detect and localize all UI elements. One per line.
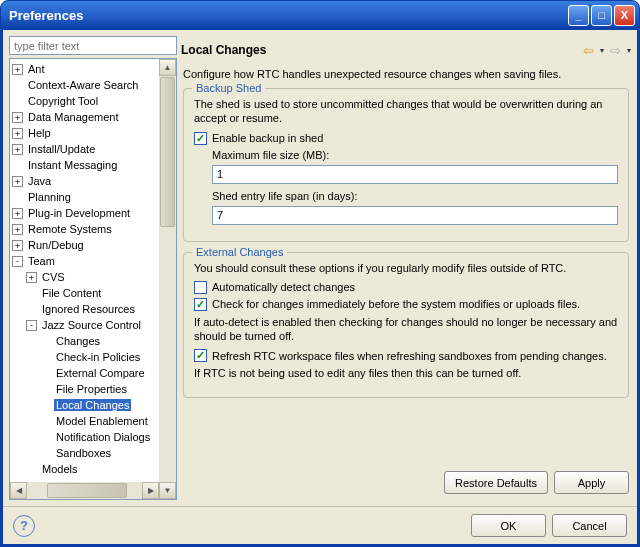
tree-item[interactable]: Notification Dialogs: [10, 429, 176, 445]
tree-item-label: Model Enablement: [54, 415, 150, 427]
external-changes-info: You should consult these options if you …: [194, 261, 618, 275]
checkbox-icon: [194, 349, 207, 362]
external-changes-title: External Changes: [192, 246, 287, 258]
tree-item-label: Jazz Source Control: [40, 319, 143, 331]
tree-item-label: File Properties: [54, 383, 129, 395]
scroll-right-icon[interactable]: ▶: [142, 482, 159, 499]
refresh-workspace-checkbox[interactable]: Refresh RTC workspace files when refresh…: [194, 349, 618, 362]
window-title: Preferences: [9, 8, 568, 23]
tree-item-label: Check-in Policies: [54, 351, 142, 363]
tree-toggle-blank: [40, 400, 51, 411]
tree-item[interactable]: Model Enablement: [10, 413, 176, 429]
tree-item[interactable]: Local Changes: [10, 397, 176, 413]
shed-lifespan-input[interactable]: [212, 206, 618, 225]
tree-item-label: Team: [26, 255, 57, 267]
refresh-workspace-label: Refresh RTC workspace files when refresh…: [212, 350, 607, 362]
tree-item-label: Plug-in Development: [26, 207, 132, 219]
tree-item[interactable]: +Ant: [10, 61, 176, 77]
refresh-workspace-note: If RTC is not being used to edit any fil…: [194, 366, 618, 380]
tree-item[interactable]: Context-Aware Search: [10, 77, 176, 93]
max-filesize-label: Maximum file size (MB):: [212, 149, 618, 161]
scroll-thumb[interactable]: [160, 77, 175, 227]
tree-item[interactable]: External Compare: [10, 365, 176, 381]
tree-item[interactable]: -Jazz Source Control: [10, 317, 176, 333]
expand-icon[interactable]: +: [12, 224, 23, 235]
tree-item[interactable]: Models: [10, 461, 176, 477]
auto-detect-checkbox[interactable]: Automatically detect changes: [194, 281, 618, 294]
tree-toggle-blank: [12, 96, 23, 107]
tree-item[interactable]: +CVS: [10, 269, 176, 285]
tree-item-label: Copyright Tool: [26, 95, 100, 107]
expand-icon[interactable]: +: [12, 176, 23, 187]
preference-tree[interactable]: +AntContext-Aware SearchCopyright Tool+D…: [9, 58, 177, 500]
check-changes-checkbox[interactable]: Check for changes immediately before the…: [194, 298, 618, 311]
tree-item[interactable]: Sandboxes: [10, 445, 176, 461]
enable-backup-checkbox[interactable]: Enable backup in shed: [194, 132, 618, 145]
tree-item-label: Instant Messaging: [26, 159, 119, 171]
collapse-icon[interactable]: -: [12, 256, 23, 267]
enable-backup-label: Enable backup in shed: [212, 132, 323, 144]
tree-item-label: Java: [26, 175, 53, 187]
tree-item[interactable]: +Help: [10, 125, 176, 141]
tree-item[interactable]: Ignored Resources: [10, 301, 176, 317]
tree-item-label: Local Changes: [54, 399, 131, 411]
tree-item[interactable]: File Content: [10, 285, 176, 301]
tree-item[interactable]: File Properties: [10, 381, 176, 397]
expand-icon[interactable]: +: [12, 144, 23, 155]
minimize-button[interactable]: _: [568, 5, 589, 26]
tree-item-label: Ant: [26, 63, 47, 75]
expand-icon[interactable]: +: [12, 112, 23, 123]
window-titlebar[interactable]: Preferences _ □ X: [0, 0, 640, 30]
preference-page: Local Changes ⇦ ▾ ⇨ ▾ Configure how RTC …: [181, 36, 631, 500]
tree-item-label: Remote Systems: [26, 223, 114, 235]
maximize-button[interactable]: □: [591, 5, 612, 26]
tree-item[interactable]: +Install/Update: [10, 141, 176, 157]
check-changes-label: Check for changes immediately before the…: [212, 298, 580, 310]
tree-item[interactable]: +Plug-in Development: [10, 205, 176, 221]
expand-icon[interactable]: +: [12, 240, 23, 251]
back-menu-icon[interactable]: ▾: [600, 46, 604, 55]
page-menu-icon[interactable]: ▾: [627, 46, 631, 55]
tree-item-label: Data Management: [26, 111, 121, 123]
expand-icon[interactable]: +: [12, 64, 23, 75]
expand-icon[interactable]: +: [12, 208, 23, 219]
tree-item-label: Sandboxes: [54, 447, 113, 459]
vertical-scrollbar[interactable]: ▲ ▼: [159, 59, 176, 499]
help-icon[interactable]: ?: [13, 515, 35, 537]
expand-icon[interactable]: +: [26, 272, 37, 283]
tree-item[interactable]: Planning: [10, 189, 176, 205]
back-arrow-icon[interactable]: ⇦: [583, 43, 594, 58]
scroll-up-icon[interactable]: ▲: [159, 59, 176, 76]
tree-item[interactable]: Changes: [10, 333, 176, 349]
tree-item[interactable]: Copyright Tool: [10, 93, 176, 109]
scroll-thumb[interactable]: [47, 483, 127, 498]
tree-item-label: Help: [26, 127, 53, 139]
tree-item-label: Notification Dialogs: [54, 431, 152, 443]
tree-item[interactable]: +Remote Systems: [10, 221, 176, 237]
checkbox-icon: [194, 281, 207, 294]
scroll-down-icon[interactable]: ▼: [159, 482, 176, 499]
collapse-icon[interactable]: -: [26, 320, 37, 331]
tree-toggle-blank: [12, 80, 23, 91]
scroll-left-icon[interactable]: ◀: [10, 482, 27, 499]
tree-item[interactable]: +Run/Debug: [10, 237, 176, 253]
page-description: Configure how RTC handles unexpected res…: [183, 68, 629, 80]
tree-item[interactable]: Check-in Policies: [10, 349, 176, 365]
tree-item[interactable]: -Team: [10, 253, 176, 269]
tree-item[interactable]: +Java: [10, 173, 176, 189]
tree-item[interactable]: Instant Messaging: [10, 157, 176, 173]
close-button[interactable]: X: [614, 5, 635, 26]
horizontal-scrollbar[interactable]: ◀ ▶: [10, 482, 159, 499]
cancel-button[interactable]: Cancel: [552, 514, 627, 537]
expand-icon[interactable]: +: [12, 128, 23, 139]
tree-item[interactable]: +Data Management: [10, 109, 176, 125]
tree-item-label: Run/Debug: [26, 239, 86, 251]
ok-button[interactable]: OK: [471, 514, 546, 537]
checkbox-icon: [194, 298, 207, 311]
filter-input[interactable]: [9, 36, 177, 55]
apply-button[interactable]: Apply: [554, 471, 629, 494]
max-filesize-input[interactable]: [212, 165, 618, 184]
restore-defaults-button[interactable]: Restore Defaults: [444, 471, 548, 494]
tree-item-label: CVS: [40, 271, 67, 283]
check-changes-note: If auto-detect is enabled then checking …: [194, 315, 618, 344]
